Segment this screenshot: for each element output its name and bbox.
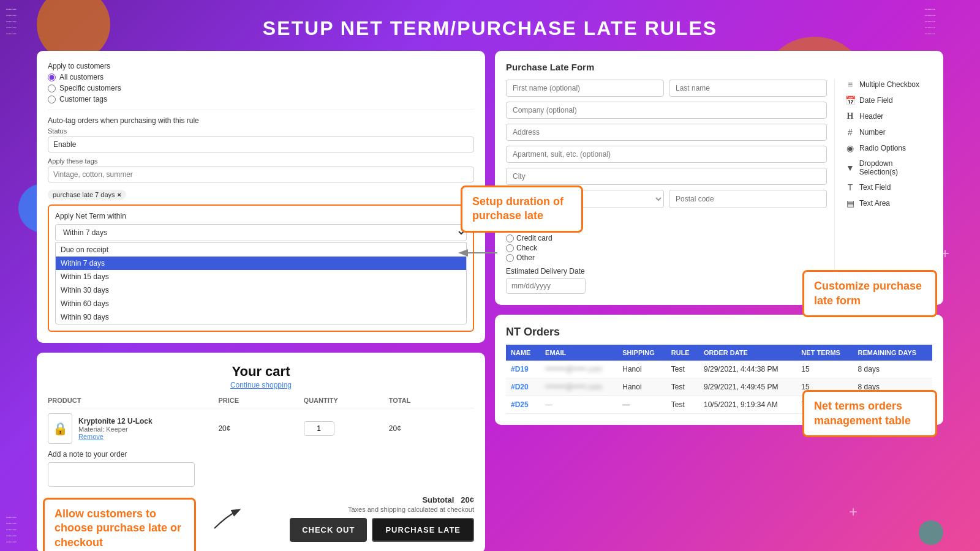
apartment-input[interactable] [506,146,827,163]
callout-allow-customers: Allow customers to choose purchase late … [43,498,196,551]
delivery-label: Estimated Delivery Date [506,267,827,276]
page-title: SETUP NET TERM/PURCHASE LATE RULES [0,0,980,51]
cart-title: Your cart [48,364,474,380]
tag-chip: purchase late 7 days × [48,190,126,200]
orders-title: NT Orders [506,326,932,339]
address-input[interactable] [506,124,827,141]
note-label: Add a note to your order [48,450,474,459]
payment-other[interactable]: Other [506,253,827,262]
city-input[interactable] [506,168,827,185]
product-name: Kryptonite 12 U-Lock [78,417,153,425]
payment-credit-card[interactable]: Credit card [506,234,827,242]
sidebar-dropdown-selection[interactable]: ▼ Dropdown Selection(s) [845,159,932,176]
orders-table-header: NAME EMAIL SHIPPING RULE ORDER DATE NET … [506,345,932,361]
shipping-cell: Hanoi [617,378,666,396]
purchase-form-panel: Purchase Late Form Country [495,51,943,305]
sidebar-multiple-checkbox[interactable]: ≡ Multiple Checkbox [845,80,932,89]
cart-row: 🔒 Kryptonite 12 U-Lock Material: Keeper … [48,413,474,444]
callout-setup-duration: Setup duration of purchase late [461,186,583,233]
email-cell: — [545,400,552,409]
purchase-late-button[interactable]: PURCHASE LATE [372,518,474,542]
order-date-cell: 10/5/2021, 9:19:34 AM [699,396,796,414]
continue-shopping-link[interactable]: Continue shopping [48,381,474,389]
callout-net-orders: Net terms orders management table [802,390,937,437]
sidebar-number[interactable]: # Number [845,127,932,137]
net-term-setup-panel: Apply to customers All customers Specifi… [37,51,485,343]
cart-total: 20¢ [389,424,474,433]
date-field-icon: 📅 [845,96,856,105]
company-input[interactable] [506,102,827,119]
tag-remove-icon[interactable]: × [118,191,121,198]
radio-customer-tags[interactable]: Customer tags [48,95,474,103]
dropdown-item-0[interactable]: Due on receipt [56,243,466,257]
sidebar-header[interactable]: H Header [845,111,932,121]
delivery-input[interactable] [506,278,586,294]
rule-cell: Test [666,378,699,396]
cart-header: PRODUCT PRICE QUANTITY TOTAL [48,397,474,408]
orders-panel: NT Orders NAME EMAIL SHIPPING RULE ORDER… [495,315,943,425]
dropdown-item-4[interactable]: Within 60 days [56,297,466,310]
cart-price: 20¢ [218,424,303,433]
header-icon: H [845,111,856,121]
status-input[interactable] [48,137,474,152]
shipping-cell: — [617,396,666,414]
auto-tag-label: Auto-tag orders when purchasing with thi… [48,116,474,125]
table-row: #D19 ••••••••@•••••.com Hanoi Test 9/29/… [506,361,932,378]
payment-check[interactable]: Check [506,244,827,252]
email-cell: ••••••••@•••••.com [545,383,602,391]
form-title: Purchase Late Form [506,62,932,72]
number-icon: # [845,127,856,137]
cart-panel: Your cart Continue shopping PRODUCT PRIC… [37,353,485,551]
product-material: Material: Keeper [78,425,153,433]
first-name-input[interactable] [506,80,664,97]
shipping-cell: Hanoi [617,361,666,378]
callout-customize-form: Customize purchase late form [802,270,937,317]
order-link[interactable]: #D20 [511,383,529,391]
qty-input[interactable] [304,421,334,436]
apply-tags-label: Apply these tags [48,157,474,165]
radio-options-icon: ◉ [845,143,856,153]
postal-input[interactable] [669,190,827,208]
status-sublabel: Status [48,127,474,135]
apply-customers-label: Apply to customers [48,62,474,70]
sidebar-text-field[interactable]: T Text Field [845,182,932,192]
last-name-input[interactable] [669,80,827,97]
multiple-checkbox-icon: ≡ [845,80,856,89]
order-link[interactable]: #D19 [511,365,529,373]
radio-specific-customers[interactable]: Specific customers [48,84,474,92]
dropdown-item-5[interactable]: Within 90 days [56,310,466,324]
dropdown-item-1[interactable]: Within 7 days [56,257,466,270]
sidebar-date-field[interactable]: 📅 Date Field [845,96,932,105]
net-term-label: Apply Net Term within [55,212,467,220]
order-date-cell: 9/29/2021, 4:49:45 PM [699,378,796,396]
sidebar-text-area[interactable]: ▤ Text Area [845,198,932,208]
order-link[interactable]: #D25 [511,400,529,409]
form-sidebar: ≡ Multiple Checkbox 📅 Date Field H Heade… [834,80,932,294]
dropdown-item-2[interactable]: Within 15 days [56,270,466,283]
text-area-icon: ▤ [845,198,856,208]
tags-input[interactable] [48,167,474,182]
dropdown-item-3[interactable]: Within 30 days [56,283,466,297]
rule-cell: Test [666,396,699,414]
net-term-select[interactable]: Due on receipt Within 7 days Within 15 d… [55,224,467,241]
sidebar-radio-options[interactable]: ◉ Radio Options [845,143,932,153]
remove-link[interactable]: Remove [78,433,153,440]
net-terms-cell: 15 [796,361,853,378]
net-term-box: Apply Net Term within Due on receipt Wit… [48,204,474,332]
radio-all-customers[interactable]: All customers [48,73,474,81]
text-field-icon: T [845,182,856,192]
remaining-days-cell: 8 days [853,361,932,378]
product-icon: 🔒 [48,413,72,444]
rule-cell: Test [666,361,699,378]
email-cell: ••••••••@•••••.com [545,365,602,373]
dropdown-selection-icon: ▼ [845,163,856,173]
note-textarea[interactable] [48,462,195,487]
checkout-button[interactable]: CHECK OUT [290,518,367,542]
dropdown-list: Due on receipt Within 7 days Within 15 d… [55,242,467,324]
order-date-cell: 9/29/2021, 4:44:38 PM [699,361,796,378]
